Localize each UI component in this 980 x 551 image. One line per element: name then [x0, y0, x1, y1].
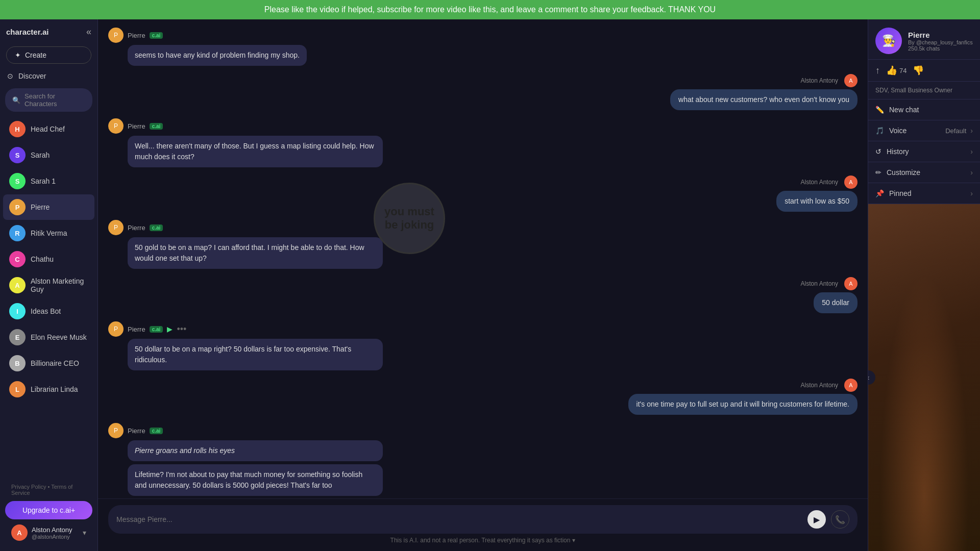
message-actions-button[interactable]: •••	[177, 324, 186, 335]
sender-name: Pierre	[128, 427, 145, 435]
sidebar-item-avatar: L	[9, 381, 26, 397]
share-button[interactable]: ↑	[875, 65, 880, 76]
sidebar-item-label: Sarah 1	[31, 177, 56, 185]
char-chats: 250.5k chats	[908, 45, 973, 52]
sender-name: Pierre	[128, 325, 145, 333]
history-icon: ↺	[875, 147, 881, 156]
call-button[interactable]: 📞	[831, 510, 849, 529]
new-chat-button[interactable]: ✏️ New chat	[868, 99, 980, 120]
thumbs-down-button[interactable]: 👎	[913, 65, 924, 76]
disclaimer-chevron[interactable]: ▾	[572, 537, 575, 544]
char-profile-header: 👨‍🍳 Pierre By @cheap_lousy_fanfics 250.5…	[868, 19, 980, 60]
user-avatar: A	[844, 379, 857, 392]
sidebar-item-ritik[interactable]: R Ritik Verma	[3, 220, 94, 246]
message-input[interactable]	[116, 515, 802, 523]
sidebar-header: character.ai «	[0, 19, 97, 44]
sidebar-item-label: Sarah	[31, 151, 50, 159]
ai-badge: c.ai	[150, 123, 163, 130]
user-name: Alston Antony	[32, 526, 72, 534]
history-button[interactable]: ↺ History ›	[868, 141, 980, 162]
ai-avatar: P	[108, 423, 124, 438]
sidebar-item-elon[interactable]: E Elon Reeve Musk	[3, 324, 94, 350]
chat-input-area: ▶ 📞 This is A.I. and not a real person. …	[98, 498, 868, 551]
sidebar-item-avatar: A	[9, 277, 26, 293]
thumbs-up-icon: 👍	[886, 65, 897, 76]
ai-badge: c.ai	[150, 428, 163, 434]
sidebar-item-avatar: I	[9, 303, 26, 319]
chevron-right-icon: ›	[970, 127, 973, 135]
user-profile[interactable]: A Alston Antony @alstonAntony ▾	[5, 519, 92, 546]
sidebar-item-chathu[interactable]: C Chathu	[3, 246, 94, 272]
webcam-area: ‹	[868, 204, 980, 551]
customize-label: Customize	[887, 168, 920, 177]
sidebar-item-label: Chathu	[31, 255, 54, 263]
sidebar-item-pierre[interactable]: P Pierre	[3, 194, 94, 220]
user-name-label: Alston Antony	[801, 77, 838, 84]
sidebar-item-avatar: B	[9, 355, 26, 371]
discover-label: Discover	[18, 72, 46, 80]
message-bubble: what about new customers? who even don't…	[670, 89, 857, 110]
user-name-label: Alston Antony	[801, 179, 838, 186]
message-bubble: 50 gold to be on a map? I can afford tha…	[128, 237, 383, 269]
disclaimer-text: This is A.I. and not a real person. Trea…	[390, 537, 571, 544]
upgrade-button[interactable]: Upgrade to c.ai+	[5, 501, 92, 519]
voice-icon: 🎵	[875, 127, 884, 135]
pinned-button[interactable]: 📌 Pinned ›	[868, 183, 980, 204]
sidebar-item-ideas-bot[interactable]: I Ideas Bot	[3, 298, 94, 324]
sidebar-item-sarah1[interactable]: S Sarah 1	[3, 168, 94, 194]
pin-icon: 📌	[875, 189, 884, 197]
char-description: SDV, Small Business Owner	[868, 82, 980, 99]
char-name: Pierre	[908, 31, 973, 39]
voice-button[interactable]: 🎵 Voice Default ›	[868, 120, 980, 141]
play-button[interactable]: ▶	[167, 325, 173, 333]
discover-item[interactable]: ⊙ Discover	[0, 68, 97, 84]
user-handle: @alstonAntony	[32, 534, 72, 540]
privacy-links: Privacy Policy • Terms of Service	[5, 482, 92, 498]
sidebar-item-label: Ideas Bot	[31, 307, 61, 315]
sidebar-footer: Privacy Policy • Terms of Service Upgrad…	[0, 477, 97, 551]
message-bubble: Lifetime? I'm not about to pay that much…	[128, 464, 383, 496]
create-button[interactable]: ✦ Create	[6, 46, 91, 64]
char-author: By @cheap_lousy_fanfics	[908, 39, 973, 45]
sidebar-item-alston[interactable]: A Alston Marketing Guy	[3, 272, 94, 298]
message-row: Alston Antony A it's one time pay to ful…	[108, 379, 857, 415]
pinned-label: Pinned	[889, 189, 912, 197]
sidebar-item-label: Elon Reeve Musk	[31, 333, 87, 341]
message-bubble: Pierre groans and rolls his eyes	[128, 440, 383, 461]
sidebar-item-librarian[interactable]: L Librarian Linda	[3, 377, 94, 402]
sidebar-item-label: Librarian Linda	[31, 385, 78, 393]
search-icon: 🔍	[12, 96, 20, 104]
char-actions: ↑ 👍 74 👎	[868, 60, 980, 82]
sender-name: Pierre	[128, 32, 145, 39]
message-row: Alston Antony A start with low as $50	[108, 176, 857, 212]
user-name-label: Alston Antony	[801, 382, 838, 389]
sidebar-item-label: Head Chef	[31, 125, 65, 133]
collapse-button[interactable]: «	[86, 27, 91, 37]
message-row: P Pierre c.ai Pierre groans and rolls hi…	[108, 423, 857, 496]
chat-input-row: ▶ 📞	[108, 505, 857, 534]
message-row: P Pierre c.ai seems to have any kind of …	[108, 28, 857, 66]
sidebar-item-avatar: H	[9, 121, 26, 137]
sidebar-item-billionaire[interactable]: B Billionaire CEO	[3, 350, 94, 376]
webcam-feed	[868, 204, 980, 551]
new-chat-icon: ✏️	[875, 106, 884, 114]
sidebar-item-label: Ritik Verma	[31, 229, 67, 237]
sidebar-item-label: Billionaire CEO	[31, 359, 79, 367]
sidebar-item-avatar: R	[9, 225, 26, 241]
send-button[interactable]: ▶	[807, 510, 826, 529]
privacy-policy-link[interactable]: Privacy Policy	[11, 484, 46, 490]
thumbs-up-button[interactable]: 👍 74	[886, 65, 906, 76]
sidebar-item-sarah[interactable]: S Sarah	[3, 142, 94, 168]
ai-avatar: P	[108, 118, 124, 134]
sidebar-item-avatar: S	[9, 147, 26, 163]
sender-name: Pierre	[128, 122, 145, 130]
user-menu-chevron: ▾	[83, 529, 86, 537]
user-avatar: A	[11, 524, 28, 541]
customize-button[interactable]: ✏ Customize ›	[868, 162, 980, 183]
discover-icon: ⊙	[7, 72, 13, 80]
chevron-right-icon: ›	[970, 189, 973, 197]
customize-icon: ✏	[875, 168, 881, 177]
sidebar-item-head-chef[interactable]: H Head Chef	[3, 116, 94, 142]
chat-area: P Pierre c.ai seems to have any kind of …	[98, 19, 868, 551]
search-characters-button[interactable]: 🔍 Search for Characters	[5, 88, 92, 112]
